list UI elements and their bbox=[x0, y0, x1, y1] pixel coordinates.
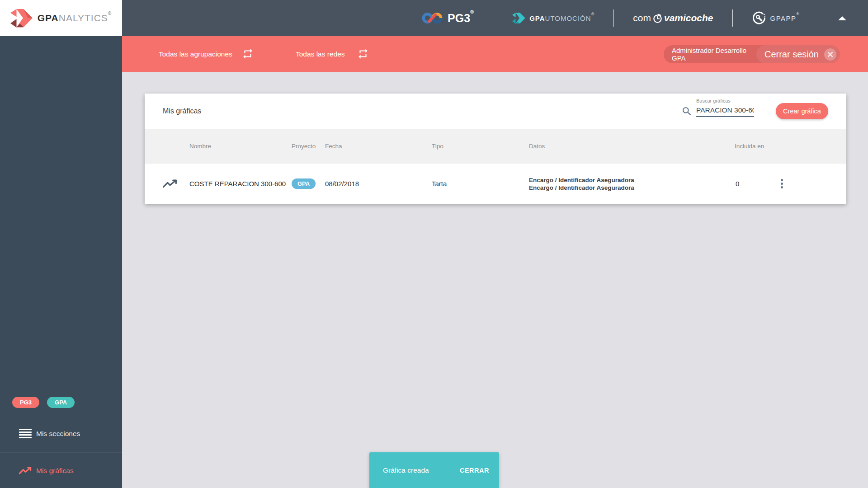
topbar-divider bbox=[732, 9, 733, 27]
page-title: Mis gráficas bbox=[163, 107, 201, 115]
my-charts-card: Mis gráficas Buscar gráficas Crear gráfi… bbox=[145, 94, 846, 204]
table-header: Nombre Proyecto Fecha Tipo Datos Incluid… bbox=[145, 129, 846, 163]
user-chip: Administrador Desarrollo GPA Cerrar sesi… bbox=[664, 45, 840, 63]
all-groupings-label: Todas las agrupaciones bbox=[159, 36, 232, 72]
topbar-product-links: PG3® GPAUTOMOCIÓN® com bbox=[421, 0, 846, 36]
top-bar: PG3® GPAUTOMOCIÓN® com bbox=[0, 0, 868, 36]
snackbar-close-button[interactable]: CERRAR bbox=[460, 467, 489, 474]
table-row[interactable]: COSTE REPARACION 300-600 GPA 08/02/2018 … bbox=[145, 163, 846, 204]
swap-groupings-icon[interactable] bbox=[242, 48, 254, 60]
trending-up-icon bbox=[163, 179, 177, 188]
included-in-count: 0 bbox=[735, 180, 739, 188]
create-chart-button[interactable]: Crear gráfica bbox=[776, 103, 828, 119]
comvamicoche-post: vamicoche bbox=[664, 13, 713, 23]
topbar-divider bbox=[493, 9, 493, 27]
gpapp-logo[interactable]: GPAPP® bbox=[752, 11, 800, 25]
column-header-proyecto: Proyecto bbox=[292, 143, 325, 150]
type-cell: Tarta bbox=[432, 180, 529, 188]
all-networks-label: Todas las redes bbox=[296, 36, 345, 72]
data-cell: Encargo / Identificador Aseguradora Enca… bbox=[529, 176, 735, 192]
gpautomocion-logo[interactable]: GPAUTOMOCIÓN® bbox=[512, 12, 594, 24]
sidebar-item-label: Mis gráficas bbox=[36, 467, 74, 475]
registered-mark: ® bbox=[470, 9, 474, 14]
trending-up-icon bbox=[19, 467, 33, 475]
column-header-tipo: Tipo bbox=[432, 143, 529, 150]
registered-mark: ® bbox=[591, 12, 595, 16]
column-header-incluida-en: Incluida en bbox=[735, 143, 776, 150]
swap-networks-icon[interactable] bbox=[357, 48, 369, 60]
snackbar-message: Gráfica creada bbox=[383, 466, 460, 474]
pg3-label: PG3® bbox=[448, 12, 474, 25]
pg3-badge[interactable]: PG3 bbox=[12, 397, 39, 408]
collapse-topbar-button[interactable] bbox=[838, 16, 846, 20]
sidebar-item-label: Mis secciones bbox=[36, 430, 80, 438]
topbar-divider bbox=[613, 9, 614, 27]
gpanalytics-logo[interactable]: GPANALYTICS® bbox=[0, 0, 122, 36]
clock-icon bbox=[652, 13, 663, 23]
logout-close-icon bbox=[824, 48, 836, 61]
project-badge: GPA bbox=[292, 178, 316, 189]
gpanalytics-label: GPANALYTICS® bbox=[38, 13, 112, 23]
search-field-label: Buscar gráficas bbox=[696, 98, 731, 103]
column-header-nombre: Nombre bbox=[189, 143, 292, 150]
gpautomocion-arrow-icon bbox=[512, 12, 526, 24]
column-header-datos: Datos bbox=[529, 143, 735, 150]
gpanalytics-arrow-icon bbox=[10, 8, 33, 28]
row-menu-kebab-icon[interactable] bbox=[776, 178, 787, 189]
pg3-logo[interactable]: PG3® bbox=[421, 12, 474, 25]
comvamicoche-logo[interactable]: com vamicoche bbox=[633, 13, 713, 23]
registered-mark: ® bbox=[108, 11, 112, 16]
snackbar: Gráfica creada CERRAR bbox=[369, 452, 499, 488]
date-cell: 08/02/2018 bbox=[325, 180, 432, 188]
comvamicoche-pre: com bbox=[633, 13, 651, 23]
sidebar-badges: PG3 GPA bbox=[12, 397, 75, 408]
card-header: Mis gráficas Buscar gráficas Crear gráfi… bbox=[145, 94, 846, 129]
gpapp-label: GPAPP® bbox=[770, 14, 800, 22]
project-cell: GPA bbox=[292, 178, 325, 189]
data-line: Encargo / Identificador Aseguradora bbox=[529, 184, 735, 192]
search-icon[interactable] bbox=[681, 106, 693, 117]
data-line: Encargo / Identificador Aseguradora bbox=[529, 176, 735, 184]
chart-name-cell: COSTE REPARACION 300-600 bbox=[189, 180, 292, 188]
registered-mark: ® bbox=[797, 12, 800, 16]
logout-button[interactable]: Cerrar sesión bbox=[756, 45, 840, 63]
sidebar-item-mis-secciones[interactable]: Mis secciones bbox=[0, 415, 122, 452]
gpapp-wrench-icon bbox=[752, 11, 766, 25]
column-header-fecha: Fecha bbox=[325, 143, 432, 150]
sections-list-icon bbox=[19, 429, 33, 438]
sidebar: PG3 GPA Mis secciones Mis gráficas bbox=[0, 36, 122, 488]
filter-bar: Todas las agrupaciones Todas las redes A… bbox=[122, 36, 868, 72]
logout-label: Cerrar sesión bbox=[764, 49, 819, 60]
current-user-label: Administrador Desarrollo GPA bbox=[664, 47, 756, 62]
pg3-infinity-icon bbox=[421, 12, 443, 24]
included-in-cell: 0 bbox=[735, 180, 776, 188]
row-actions-cell bbox=[776, 178, 846, 189]
gpa-badge[interactable]: GPA bbox=[47, 397, 75, 408]
search-input[interactable] bbox=[696, 105, 754, 117]
topbar-divider bbox=[819, 9, 819, 27]
sidebar-item-mis-graficas[interactable]: Mis gráficas bbox=[0, 452, 122, 488]
chart-type-cell bbox=[145, 179, 189, 188]
search-field: Buscar gráficas bbox=[696, 105, 754, 117]
gpautomocion-label: GPAUTOMOCIÓN® bbox=[529, 14, 594, 22]
